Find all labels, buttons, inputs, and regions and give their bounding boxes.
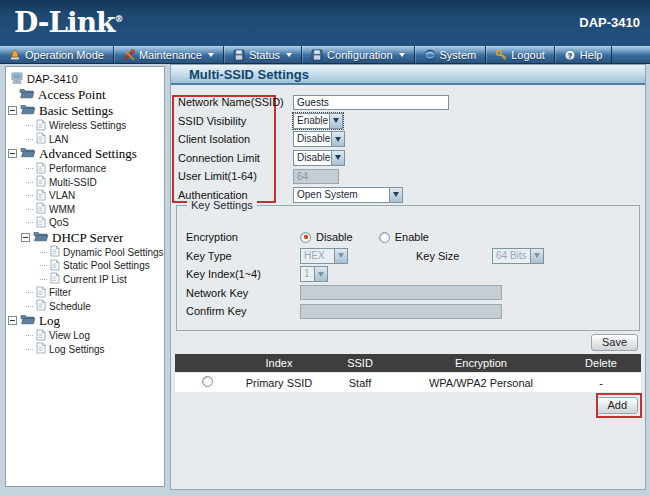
connection-limit-select[interactable]: Disable <box>293 150 345 166</box>
svg-text:?: ? <box>567 50 572 59</box>
row-index-cell: Primary SSID <box>239 377 319 389</box>
tree-node-basic-settings[interactable]: Basic Settings <box>6 103 164 119</box>
delete-column-header: Delete <box>561 357 641 369</box>
network-name-input[interactable] <box>293 95 449 110</box>
select-value: Disable <box>294 151 331 165</box>
collapse-minus-icon[interactable] <box>21 230 30 246</box>
table-row: Primary SSID Staff WPA/WPA2 Personal - <box>175 373 641 392</box>
folder-icon <box>20 313 36 329</box>
select-value: Enable <box>294 114 329 128</box>
tree-node-current-ip-list[interactable]: Current IP List <box>6 273 164 287</box>
page-title: Multi-SSID Settings <box>171 65 645 85</box>
tree-node-static-pool-settings[interactable]: Static Pool Settings <box>6 259 164 273</box>
key-type-select: HEX <box>300 248 348 264</box>
nav-status[interactable]: Status <box>224 46 302 63</box>
nav-logout[interactable]: Logout <box>486 46 555 63</box>
chevron-down-icon <box>399 53 405 57</box>
dropdown-arrow-icon <box>314 267 327 281</box>
client-isolation-select[interactable]: Disable <box>293 131 345 147</box>
confirm-key-label: Confirm Key <box>177 305 300 317</box>
tree-label: Basic Settings <box>39 103 113 119</box>
add-button[interactable]: Add <box>596 397 638 414</box>
folder-icon <box>20 103 36 119</box>
operation-mode-icon <box>9 49 21 61</box>
globe-icon <box>424 49 436 61</box>
tree-node-log[interactable]: Log <box>6 313 164 329</box>
row-encryption-cell: WPA/WPA2 Personal <box>401 377 561 389</box>
tree-node-log-settings[interactable]: Log Settings <box>6 343 164 357</box>
tree-node-vlan[interactable]: VLAN <box>6 189 164 203</box>
dropdown-arrow-icon[interactable] <box>329 114 342 128</box>
collapse-minus-icon[interactable] <box>8 146 17 162</box>
row-select-radio[interactable] <box>202 376 213 387</box>
key-size-select: 64 Bits <box>492 248 544 264</box>
tree-node-device-root[interactable]: DAP-3410 <box>6 71 164 87</box>
tree-connector <box>26 182 33 183</box>
tree-connector <box>26 209 33 210</box>
tree-label: Log <box>39 313 60 329</box>
tree-label: Access Point <box>38 87 106 103</box>
key-settings-group: Key Settings Encryption Disable Enable K… <box>176 205 640 331</box>
page-icon <box>36 216 46 230</box>
ssid-settings-form: Network Name(SSID) SSID Visibility Enabl… <box>171 93 639 204</box>
save-button[interactable]: Save <box>591 334 638 351</box>
ssid-column-header: SSID <box>319 357 401 369</box>
tree-connector <box>40 279 47 280</box>
collapse-minus-icon[interactable] <box>8 313 17 329</box>
collapse-minus-icon[interactable] <box>8 103 17 119</box>
key-icon <box>495 49 507 61</box>
tree-connector <box>26 292 33 293</box>
nav-label: Operation Mode <box>25 49 104 61</box>
dropdown-arrow-icon[interactable] <box>331 151 344 165</box>
form-row-key-index: Key Index(1~4) 1 <box>177 265 639 284</box>
nav-maintenance[interactable]: Maintenance <box>114 46 224 63</box>
dropdown-arrow-icon[interactable] <box>331 132 344 146</box>
form-row-confirm-key: Confirm Key <box>177 302 639 321</box>
tree-node-qos[interactable]: QoS <box>6 216 164 230</box>
tree-node-dynamic-pool-settings[interactable]: Dynamic Pool Settings <box>6 246 164 260</box>
tree-connector <box>26 335 33 336</box>
tree-label: View Log <box>49 330 90 341</box>
app-window: D-Link® DAP-3410 Operation Mode Maintena… <box>0 0 650 496</box>
tree-node-multi-ssid[interactable]: Multi-SSID <box>6 176 164 190</box>
tree-node-wmm[interactable]: WMM <box>6 203 164 217</box>
form-row-key-type: Key Type HEX Key Size 64 Bits <box>177 247 639 266</box>
tree-label: LAN <box>49 134 68 145</box>
tree-node-lan[interactable]: LAN <box>6 133 164 147</box>
tree-node-filter[interactable]: Filter <box>6 286 164 300</box>
tree-node-performance[interactable]: Performance <box>6 162 164 176</box>
network-key-label: Network Key <box>177 287 300 299</box>
tree-node-schedule[interactable]: Schedule <box>6 300 164 314</box>
tree-label: Performance <box>49 163 106 174</box>
nav-label: Logout <box>511 49 545 61</box>
nav-system[interactable]: System <box>415 46 487 63</box>
ssid-visibility-select[interactable]: Enable <box>293 113 343 129</box>
tree-node-dhcp-server[interactable]: DHCP Server <box>6 230 164 246</box>
select-value: 64 Bits <box>493 249 530 263</box>
tree-node-view-log[interactable]: View Log <box>6 329 164 343</box>
tree-node-access-point[interactable]: Access Point <box>6 87 164 103</box>
select-value: 1 <box>301 267 314 281</box>
authentication-select[interactable]: Open System <box>293 187 403 203</box>
tree-connector <box>26 222 33 223</box>
tree-node-advanced-settings[interactable]: Advanced Settings <box>6 146 164 162</box>
sidebar-tree: DAP-3410 Access Point Basic Settings Wir… <box>5 66 165 487</box>
nav-label: System <box>440 49 477 61</box>
tree-label: Multi-SSID <box>49 177 97 188</box>
dropdown-arrow-icon[interactable] <box>389 188 402 202</box>
nav-configuration[interactable]: Configuration <box>302 46 414 63</box>
nav-operation-mode[interactable]: Operation Mode <box>0 46 114 63</box>
nav-help[interactable]: ? Help <box>555 46 613 63</box>
client-isolation-label: Client Isolation <box>171 133 293 145</box>
row-delete-cell: - <box>561 377 641 389</box>
form-row-encryption: Encryption Disable Enable <box>177 228 639 247</box>
page-icon <box>50 245 60 259</box>
encryption-enable-radio[interactable] <box>379 232 390 243</box>
key-type-label: Key Type <box>177 250 300 262</box>
key-size-label: Key Size <box>416 250 492 262</box>
tree-connector <box>26 168 33 169</box>
tree-connector <box>26 306 33 307</box>
encryption-disable-radio[interactable] <box>300 232 311 243</box>
tree-node-wireless-settings[interactable]: Wireless Settings <box>6 119 164 133</box>
help-icon: ? <box>564 49 576 61</box>
